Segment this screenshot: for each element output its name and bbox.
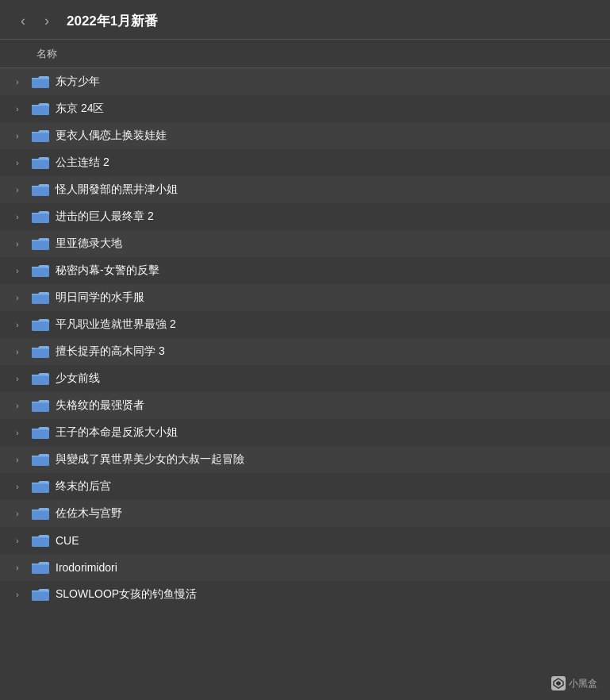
folder-icon xyxy=(32,102,49,116)
svg-rect-56 xyxy=(32,563,49,565)
svg-rect-58 xyxy=(32,591,49,601)
chevron-right-icon: › xyxy=(16,77,25,87)
chevron-right-icon: › xyxy=(16,536,25,545)
chevron-right-icon: › xyxy=(16,131,25,140)
folder-icon xyxy=(32,183,49,197)
svg-rect-16 xyxy=(32,213,49,223)
folder-icon xyxy=(32,317,49,332)
chevron-right-icon: › xyxy=(16,185,25,194)
forward-button[interactable]: › xyxy=(40,11,54,31)
folder-icon xyxy=(32,560,49,575)
folder-icon xyxy=(32,533,49,548)
svg-rect-34 xyxy=(32,375,49,385)
chevron-right-icon: › xyxy=(16,212,25,221)
svg-rect-41 xyxy=(32,429,49,430)
folder-icon xyxy=(32,210,49,224)
list-item[interactable]: › 與變成了異世界美少女的大叔一起冒險 xyxy=(0,446,610,473)
file-name: CUE xyxy=(56,534,79,547)
svg-rect-28 xyxy=(32,321,49,331)
svg-rect-1 xyxy=(32,79,49,88)
chevron-right-icon: › xyxy=(16,239,25,248)
list-item[interactable]: › 王子的本命是反派大小姐 xyxy=(0,419,610,446)
list-item[interactable]: › 擅长捉弄的高木同学 3 xyxy=(0,338,610,365)
svg-rect-40 xyxy=(32,429,49,439)
list-item[interactable]: › 失格纹的最强贤者 xyxy=(0,392,610,419)
file-name: 东京 24区 xyxy=(56,102,104,116)
folder-icon xyxy=(32,479,49,494)
folder-icon xyxy=(32,371,49,386)
watermark-text: 小黑盒 xyxy=(569,677,597,690)
svg-rect-26 xyxy=(32,294,49,295)
file-name: 王子的本命是反派大小姐 xyxy=(56,425,178,440)
chevron-right-icon: › xyxy=(16,401,25,410)
watermark-logo-icon xyxy=(551,676,566,690)
list-item[interactable]: › 平凡职业造就世界最強 2 xyxy=(0,311,610,338)
list-item[interactable]: › 怪人開發部的黑井津小姐 xyxy=(0,176,610,203)
file-name: 进击的巨人最终章 2 xyxy=(56,210,154,224)
svg-rect-55 xyxy=(32,564,49,574)
chevron-right-icon: › xyxy=(16,266,25,275)
svg-rect-32 xyxy=(32,348,49,349)
list-item[interactable]: › Irodorimidori xyxy=(0,554,610,581)
svg-rect-13 xyxy=(32,187,49,196)
list-item[interactable]: › 里亚德录大地 xyxy=(0,230,610,257)
list-item[interactable]: › 佐佐木与宫野 xyxy=(0,500,610,527)
svg-rect-8 xyxy=(32,132,49,133)
svg-rect-4 xyxy=(32,106,49,115)
list-item[interactable]: › 更衣人偶恋上换装娃娃 xyxy=(0,122,610,149)
list-item[interactable]: › 秘密内幕-女警的反擊 xyxy=(0,257,610,284)
svg-marker-61 xyxy=(556,681,561,686)
list-item[interactable]: › 终末的后宫 xyxy=(0,473,610,500)
list-item[interactable]: › 公主连结 2 xyxy=(0,149,610,176)
svg-rect-49 xyxy=(32,510,49,520)
list-item[interactable]: › 东京 24区 xyxy=(0,95,610,122)
file-name: 更衣人偶恋上换装娃娃 xyxy=(56,129,167,143)
file-name: 佐佐木与宫野 xyxy=(56,506,122,521)
file-name: Irodorimidori xyxy=(56,561,117,574)
svg-rect-2 xyxy=(32,78,49,79)
svg-rect-52 xyxy=(32,537,49,547)
folder-icon xyxy=(32,587,49,602)
chevron-right-icon: › xyxy=(16,374,25,383)
folder-icon xyxy=(32,425,49,440)
svg-rect-5 xyxy=(32,105,49,106)
file-name: 东方少年 xyxy=(56,75,100,89)
file-name: 秘密内幕-女警的反擊 xyxy=(56,263,159,278)
svg-rect-7 xyxy=(32,133,49,142)
svg-rect-19 xyxy=(32,240,49,250)
file-name: 與變成了異世界美少女的大叔一起冒險 xyxy=(56,452,244,467)
back-button[interactable]: ‹ xyxy=(16,11,30,31)
folder-icon xyxy=(32,156,49,170)
chevron-right-icon: › xyxy=(16,347,25,356)
name-column-header: 名称 xyxy=(36,48,57,60)
svg-rect-11 xyxy=(32,159,49,160)
list-item[interactable]: › 明日同学的水手服 xyxy=(0,284,610,311)
svg-rect-31 xyxy=(32,348,49,358)
list-item[interactable]: › SLOWLOOP女孩的钓鱼慢活 xyxy=(0,581,610,608)
file-name: 公主连结 2 xyxy=(56,156,109,170)
svg-rect-47 xyxy=(32,483,49,484)
list-item[interactable]: › 东方少年 xyxy=(0,68,610,95)
svg-rect-20 xyxy=(32,240,49,241)
list-item[interactable]: › 少女前线 xyxy=(0,365,610,392)
chevron-right-icon: › xyxy=(16,590,25,599)
folder-icon xyxy=(32,237,49,251)
svg-rect-35 xyxy=(32,375,49,376)
svg-rect-10 xyxy=(32,160,49,169)
svg-rect-43 xyxy=(32,456,49,466)
list-item[interactable]: › 进击的巨人最终章 2 xyxy=(0,203,610,230)
chevron-right-icon: › xyxy=(16,158,25,167)
column-header: 名称 xyxy=(0,40,610,68)
svg-rect-38 xyxy=(32,402,49,403)
list-item[interactable]: › CUE xyxy=(0,527,610,554)
svg-rect-22 xyxy=(32,267,49,277)
svg-rect-23 xyxy=(32,267,49,268)
page-title: 2022年1月新番 xyxy=(67,12,158,30)
chevron-right-icon: › xyxy=(16,428,25,437)
file-name: 失格纹的最强贤者 xyxy=(56,398,144,413)
svg-rect-14 xyxy=(32,186,49,187)
chevron-right-icon: › xyxy=(16,509,25,518)
svg-rect-46 xyxy=(32,483,49,493)
file-name: 擅长捉弄的高木同学 3 xyxy=(56,344,165,359)
svg-rect-37 xyxy=(32,402,49,412)
